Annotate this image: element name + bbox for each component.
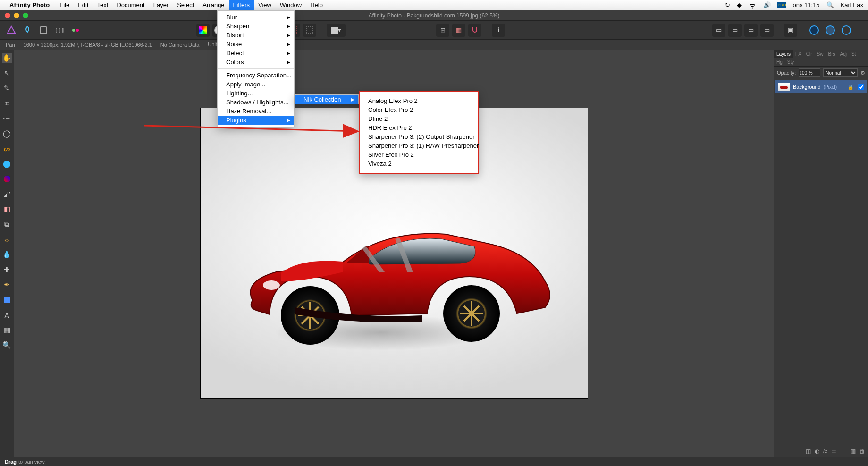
heal-tool-icon[interactable]: ✚: [2, 264, 12, 275]
app-menu[interactable]: Affinity Photo: [9, 1, 50, 8]
rectangle-tool-icon[interactable]: [2, 295, 12, 305]
target-insert-icon[interactable]: ▣: [784, 24, 797, 37]
nik-colorefex[interactable]: Color Efex Pro 2: [360, 105, 478, 114]
filters-distort[interactable]: Distort▶: [218, 31, 294, 40]
arrange-backward-icon[interactable]: ▭: [728, 24, 742, 37]
selection-invert-icon[interactable]: [303, 24, 316, 37]
marquee-tool-icon[interactable]: ◯: [2, 128, 12, 139]
layer-visible-checkbox[interactable]: [858, 84, 864, 90]
filters-applyimg[interactable]: Apply Image...: [218, 80, 294, 89]
minimize-window-button[interactable]: [14, 13, 19, 18]
nik-viveza[interactable]: Viveza 2: [360, 159, 478, 168]
filters-lighting[interactable]: Lighting...: [218, 89, 294, 98]
filters-blur[interactable]: Blur▶: [218, 13, 294, 22]
arrange-back-icon[interactable]: ▭: [712, 24, 725, 37]
filters-noise[interactable]: Noise▶: [218, 40, 294, 49]
zoom-tool-icon[interactable]: 🔍: [2, 340, 12, 350]
tab-fx[interactable]: FX: [793, 50, 804, 58]
gear-icon[interactable]: ⚙: [860, 70, 865, 76]
time-machine-icon[interactable]: ↻: [725, 1, 730, 8]
menu-document[interactable]: Document: [112, 0, 149, 10]
delete-layer-icon[interactable]: 🗑: [860, 448, 865, 455]
user-name[interactable]: Karl Fax: [841, 1, 863, 8]
studio-toggle-1-icon[interactable]: [808, 24, 821, 37]
tab-sw[interactable]: Sw: [815, 50, 826, 58]
add-layer-icon[interactable]: ▥: [851, 448, 856, 455]
opacity-field[interactable]: [799, 68, 820, 77]
menu-arrange[interactable]: Arrange: [198, 0, 228, 10]
dropbox-icon[interactable]: ◆: [737, 1, 742, 8]
filters-plugins[interactable]: Plugins▶: [218, 116, 294, 125]
layer-opts-icon[interactable]: ☰: [831, 448, 836, 455]
text-tool-icon[interactable]: A: [2, 310, 12, 320]
flood-tool-icon[interactable]: ⬤: [2, 159, 12, 169]
clone-tool-icon[interactable]: ⧉: [2, 219, 12, 229]
menu-help[interactable]: Help: [306, 0, 327, 10]
plugins-nik[interactable]: Nik Collection▶: [295, 95, 358, 104]
paintbrush-tool-icon[interactable]: 🖌: [2, 189, 12, 199]
filters-detect[interactable]: Detect▶: [218, 49, 294, 58]
autolevels-button[interactable]: [196, 24, 210, 37]
filters-sharpen[interactable]: Sharpen▶: [218, 22, 294, 31]
menu-view[interactable]: View: [254, 0, 276, 10]
menu-select[interactable]: Select: [173, 0, 198, 10]
pen-tool-icon[interactable]: ✒: [2, 280, 12, 290]
filters-colors[interactable]: Colors▶: [218, 58, 294, 67]
close-window-button[interactable]: [5, 13, 10, 18]
nik-sharp-out[interactable]: Sharpener Pro 3: (2) Output Sharpener: [360, 132, 478, 141]
arrange-front-icon[interactable]: ▭: [760, 24, 774, 37]
gradient-tool-icon[interactable]: [2, 174, 12, 184]
add-fx-icon[interactable]: fx: [823, 448, 827, 455]
zoom-window-button[interactable]: [23, 13, 28, 18]
persona-develop-icon[interactable]: [37, 24, 50, 37]
smudge-tool-icon[interactable]: 💧: [2, 249, 12, 260]
menu-edit[interactable]: Edit: [74, 0, 93, 10]
nik-analog[interactable]: Analog Efex Pro 2: [360, 96, 478, 105]
persona-photo-icon[interactable]: [5, 24, 18, 37]
nik-sharp-raw[interactable]: Sharpener Pro 3: (1) RAW Presharpener: [360, 141, 478, 150]
tab-hg[interactable]: Hg: [774, 58, 785, 66]
tab-layers[interactable]: Layers: [774, 50, 793, 58]
tab-sty[interactable]: Sty: [785, 58, 796, 66]
filters-haze[interactable]: Haze Removal...: [218, 107, 294, 116]
hand-tool-icon[interactable]: ✋: [2, 53, 12, 63]
mesh-tool-icon[interactable]: ▦: [2, 325, 12, 335]
nik-silver[interactable]: Silver Efex Pro 2: [360, 150, 478, 159]
lock-icon[interactable]: 🔒: [848, 85, 853, 90]
tab-st[interactable]: St: [849, 50, 858, 58]
menu-file[interactable]: File: [55, 0, 74, 10]
persona-tone-icon[interactable]: ⫿⫿⫿: [53, 24, 66, 37]
blendmode-select[interactable]: Normal: [823, 68, 858, 77]
menu-layer[interactable]: Layer: [149, 0, 173, 10]
flag-icon[interactable]: PRO: [777, 2, 786, 8]
menu-window[interactable]: Window: [276, 0, 306, 10]
grid-icon[interactable]: ⊞: [436, 24, 449, 37]
persona-liquify-icon[interactable]: [21, 24, 34, 37]
crop-tool-icon[interactable]: ⌗: [2, 98, 12, 109]
window-controls[interactable]: [0, 13, 28, 18]
colorpicker-tool-icon[interactable]: ✎: [2, 83, 12, 93]
quickmask-button[interactable]: ▾: [327, 24, 346, 37]
arrange-forward-icon[interactable]: ▭: [744, 24, 758, 37]
filters-shadows[interactable]: Shadows / Highlights...: [218, 98, 294, 107]
move-tool-icon[interactable]: ↖: [2, 68, 12, 78]
nik-hdrefex[interactable]: HDR Efex Pro 2: [360, 123, 478, 132]
snap-icon[interactable]: ▦: [452, 24, 465, 37]
filters-freqsep[interactable]: Frequency Separation...: [218, 71, 294, 80]
selectionbrush-tool-icon[interactable]: 〰: [2, 113, 12, 124]
studio-toggle-3-icon[interactable]: [840, 24, 853, 37]
wifi-icon[interactable]: [748, 1, 757, 9]
spotlight-icon[interactable]: 🔍: [826, 1, 834, 8]
freehand-tool-icon[interactable]: ᔕ: [2, 144, 12, 154]
add-mask-icon[interactable]: ◫: [806, 448, 811, 455]
nik-dfine[interactable]: Dfine 2: [360, 114, 478, 123]
tab-adj[interactable]: Adj: [837, 50, 849, 58]
add-adjust-icon[interactable]: ◐: [815, 448, 819, 455]
magnet-icon[interactable]: [468, 24, 481, 37]
assistant-icon[interactable]: ℹ: [492, 24, 505, 37]
erase-tool-icon[interactable]: ◧: [2, 204, 12, 214]
studio-toggle-2-icon[interactable]: [824, 24, 837, 37]
persona-export-icon[interactable]: [69, 24, 82, 37]
clock-text[interactable]: ons 11:15: [792, 1, 819, 8]
dodge-tool-icon[interactable]: ☼: [2, 234, 12, 245]
